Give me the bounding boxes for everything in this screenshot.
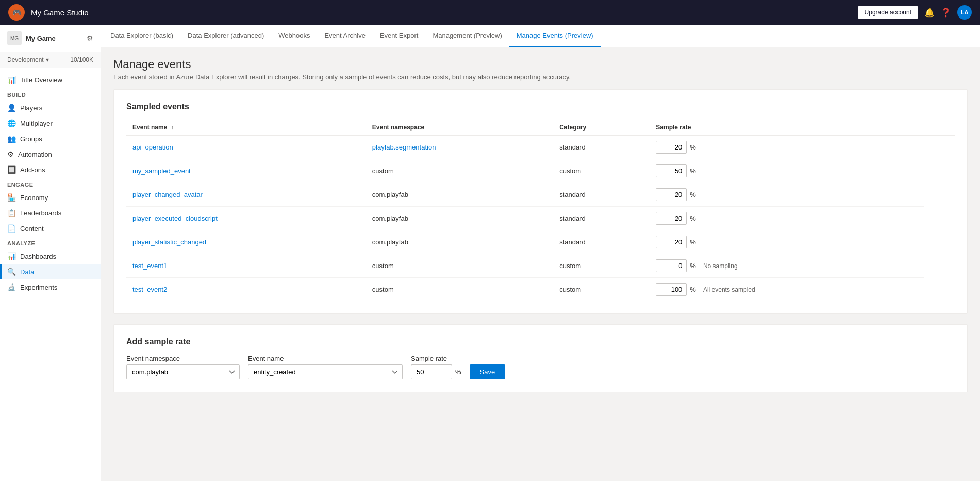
- pct-group: %: [411, 364, 461, 379]
- namespace-form-group: Event namespace com.playfab custom playf…: [126, 355, 240, 379]
- bell-icon[interactable]: 🔔: [924, 8, 935, 18]
- sample-rate-group: %: [656, 236, 918, 248]
- content-icon: 📄: [7, 224, 16, 233]
- event-name-select[interactable]: entity_created player_logged_in api_oper…: [248, 364, 403, 379]
- event-namespace-link[interactable]: playfab.segmentation: [372, 143, 436, 151]
- event-name-cell: test_event1: [126, 254, 366, 278]
- sidebar-item-multiplayer[interactable]: 🌐 Multiplayer: [0, 115, 101, 131]
- sidebar-env[interactable]: Development ▾ 10/100K: [0, 52, 101, 68]
- table-row: api_operationplayfab.segmentationstandar…: [126, 136, 955, 159]
- sort-icon[interactable]: ↑: [171, 125, 174, 130]
- tab-management-preview[interactable]: Management (Preview): [425, 25, 509, 47]
- event-name-link[interactable]: player_statistic_changed: [132, 238, 206, 246]
- sidebar-item-leaderboards[interactable]: 📋 Leaderboards: [0, 205, 101, 221]
- tab-bar: Data Explorer (basic) Data Explorer (adv…: [101, 25, 980, 47]
- event-namespace-cell: custom: [366, 159, 553, 183]
- avatar[interactable]: LA: [957, 5, 972, 20]
- event-namespace-cell: com.playfab: [366, 183, 553, 207]
- sidebar-item-experiments[interactable]: 🔬 Experiments: [0, 279, 101, 295]
- settings-icon[interactable]: ⚙: [87, 34, 93, 42]
- app-logo: 🎮: [8, 4, 25, 21]
- studio-title: My Game Studio: [31, 8, 89, 17]
- sidebar-item-groups[interactable]: 👥 Groups: [0, 131, 101, 146]
- col-category: Category: [553, 120, 650, 136]
- sample-rate-field[interactable]: [656, 188, 687, 201]
- env-label: Development ▾: [7, 56, 49, 63]
- sidebar-item-economy[interactable]: 🏪 Economy: [0, 190, 101, 205]
- percent-symbol: %: [690, 167, 696, 175]
- tab-data-explorer-advanced[interactable]: Data Explorer (advanced): [180, 25, 271, 47]
- table-row: player_changed_avatarcom.playfabstandard…: [126, 183, 955, 207]
- sample-rate-field[interactable]: [656, 283, 687, 296]
- sample-rate-cell: %: [650, 230, 924, 254]
- game-logo: MG: [7, 31, 22, 45]
- sample-rate-note: No sampling: [703, 262, 738, 270]
- event-name-cell: player_statistic_changed: [126, 230, 366, 254]
- col-event-namespace: Event namespace: [366, 120, 553, 136]
- page-subtitle: Each event stored in Azure Data Explorer…: [113, 73, 968, 81]
- leaderboards-icon: 📋: [7, 209, 16, 217]
- section-engage: ENGAGE: [0, 177, 101, 190]
- event-namespace-cell: playfab.segmentation: [366, 136, 553, 159]
- groups-icon: 👥: [7, 135, 16, 143]
- event-name-link[interactable]: player_changed_avatar: [132, 191, 203, 198]
- tab-event-archive[interactable]: Event Archive: [317, 25, 373, 47]
- event-name-cell: player_changed_avatar: [126, 183, 366, 207]
- event-name-link[interactable]: test_event1: [132, 262, 167, 270]
- experiments-icon: 🔬: [7, 283, 16, 291]
- topbar-left: 🎮 My Game Studio: [8, 4, 89, 21]
- game-name: My Game: [26, 35, 56, 42]
- col-note: [924, 120, 955, 136]
- sample-rate-field[interactable]: [656, 236, 687, 248]
- sampled-events-table: Event name ↑ Event namespace Category Sa…: [126, 120, 955, 301]
- upgrade-button[interactable]: Upgrade account: [858, 6, 918, 19]
- sampled-events-card: Sampled events Event name ↑ Event namesp…: [113, 89, 968, 314]
- sample-rate-field[interactable]: [656, 141, 687, 154]
- sample-rate-group: %: [656, 164, 918, 177]
- topbar-right: Upgrade account 🔔 ❓ LA: [858, 5, 972, 20]
- sidebar-item-players[interactable]: 👤 Players: [0, 100, 101, 115]
- sidebar-item-data[interactable]: 🔍 Data: [0, 264, 101, 279]
- event-namespace-cell: custom: [366, 254, 553, 278]
- event-name-link[interactable]: test_event2: [132, 286, 167, 293]
- sidebar-header: MG My Game ⚙: [0, 25, 101, 52]
- sidebar-item-automation[interactable]: ⚙ Automation: [0, 146, 101, 162]
- add-sample-rate-title: Add sample rate: [126, 337, 955, 346]
- sidebar-item-dashboards[interactable]: 📊 Dashboards: [0, 248, 101, 264]
- sample-rate-input[interactable]: [411, 364, 452, 379]
- sample-rate-cell: %All events sampled: [650, 278, 924, 302]
- sample-rate-form-group: Sample rate %: [411, 355, 461, 379]
- event-name-link[interactable]: player_executed_cloudscript: [132, 214, 218, 222]
- save-button[interactable]: Save: [470, 364, 506, 379]
- tab-event-export[interactable]: Event Export: [373, 25, 425, 47]
- event-namespace-cell: custom: [366, 278, 553, 302]
- category-cell: standard: [553, 183, 650, 207]
- category-cell: custom: [553, 254, 650, 278]
- sample-rate-field[interactable]: [656, 164, 687, 177]
- help-icon[interactable]: ❓: [941, 8, 951, 18]
- event-name-link[interactable]: api_operation: [132, 143, 173, 151]
- addons-icon: 🔲: [7, 165, 16, 174]
- sample-rate-group: %: [656, 141, 918, 154]
- sidebar-item-title-overview[interactable]: 📊 Title Overview: [0, 72, 101, 88]
- sample-rate-field[interactable]: [656, 212, 687, 225]
- namespace-select[interactable]: com.playfab custom playfab.segmentation: [126, 364, 240, 379]
- sample-rate-cell: %: [650, 183, 924, 207]
- percent-symbol: %: [690, 286, 696, 293]
- sidebar-nav: 📊 Title Overview BUILD 👤 Players 🌐 Multi…: [0, 68, 101, 299]
- sample-rate-cell: %No sampling: [650, 254, 924, 278]
- page-content: Manage events Each event stored in Azure…: [101, 47, 980, 481]
- sidebar-item-addons[interactable]: 🔲 Add-ons: [0, 162, 101, 177]
- topbar: 🎮 My Game Studio Upgrade account 🔔 ❓ LA: [0, 0, 980, 25]
- sample-rate-group: %All events sampled: [656, 283, 918, 296]
- sidebar-item-content[interactable]: 📄 Content: [0, 221, 101, 236]
- tab-data-explorer-basic[interactable]: Data Explorer (basic): [103, 25, 180, 47]
- event-name-link[interactable]: my_sampled_event: [132, 167, 191, 175]
- tab-manage-events-preview[interactable]: Manage Events (Preview): [509, 25, 601, 47]
- tab-webhooks[interactable]: Webhooks: [271, 25, 317, 47]
- percent-symbol: %: [690, 214, 696, 222]
- add-sample-rate-card: Add sample rate Event namespace com.play…: [113, 324, 968, 392]
- layout: MG My Game ⚙ Development ▾ 10/100K 📊 Tit…: [0, 25, 980, 481]
- table-row: test_event2customcustom%All events sampl…: [126, 278, 955, 302]
- sample-rate-field[interactable]: [656, 259, 687, 272]
